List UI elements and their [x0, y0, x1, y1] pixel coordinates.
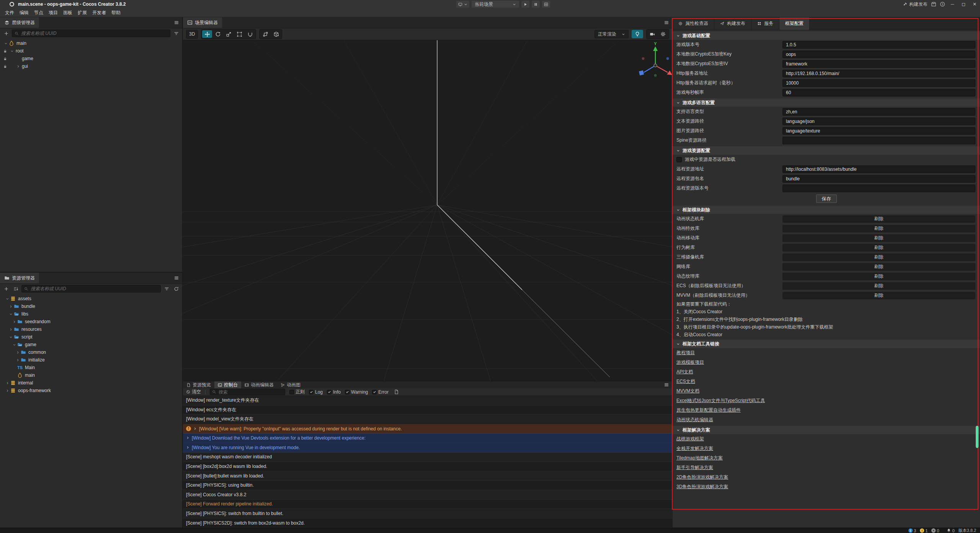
expand-arrow-icon[interactable] [186, 445, 189, 450]
tab-inspector-0[interactable]: 属性检查器 [673, 17, 714, 30]
chevron-down-icon[interactable] [3, 42, 9, 45]
menu-item[interactable]: 面板 [60, 10, 75, 16]
tree-item[interactable]: internal [0, 379, 182, 387]
gizmo-space-button[interactable] [271, 30, 281, 38]
field-input[interactable] [782, 89, 975, 96]
assets-search-input[interactable] [30, 286, 158, 292]
chevron-right-icon[interactable] [5, 381, 10, 385]
tree-item[interactable]: common [0, 348, 182, 356]
tree-item[interactable]: bundle [0, 302, 182, 310]
console-menu-button[interactable] [661, 381, 672, 388]
chevron-right-icon[interactable] [15, 351, 21, 354]
warning-counter[interactable]: ! 1 [920, 528, 928, 533]
minimize-button[interactable]: ─ [949, 0, 956, 8]
scene-select[interactable]: 当前场景 [472, 1, 519, 8]
log-row[interactable]: [Window] render_texture文件夹存在 [183, 396, 672, 405]
filter-Info[interactable]: Info [327, 389, 341, 395]
pause-button[interactable] [532, 1, 540, 8]
log-row[interactable]: [Window] Download the Vue Devtools exten… [183, 433, 672, 443]
scene-viewport[interactable]: Y X [183, 40, 672, 381]
doc-link[interactable]: API文档 [676, 369, 693, 375]
remote-load-checkbox[interactable] [676, 157, 682, 162]
close-button[interactable]: ✕ [971, 0, 978, 8]
maximize-button[interactable]: ◻ [960, 0, 967, 8]
remove-module-button[interactable]: 剔除 [782, 253, 975, 261]
chevron-down-icon[interactable] [5, 297, 10, 301]
error-counter[interactable]: ✕ 0 [931, 528, 939, 533]
remove-module-button[interactable]: 剔除 [782, 244, 975, 252]
doc-link[interactable]: 原生包热更新配置自动生成插件 [676, 407, 741, 414]
log-row[interactable]: [Scene] [PHYSICS2D]: switch from box2d-w… [183, 518, 672, 528]
field-input[interactable] [782, 108, 975, 116]
checkbox[interactable] [309, 390, 314, 394]
tree-item[interactable]: assets [0, 295, 182, 302]
checkbox[interactable] [372, 390, 377, 394]
log-row[interactable]: [Scene] [bullet]:bullet wasm lib loaded. [183, 471, 672, 481]
menu-item[interactable]: 节点 [31, 10, 46, 16]
play-button[interactable] [521, 1, 529, 8]
tree-item[interactable]: gui [0, 62, 182, 70]
log-row[interactable]: [Scene] Forward render pipeline initiali… [183, 500, 672, 509]
section-header[interactable]: 框架模块剔除 [673, 206, 980, 214]
tree-item[interactable]: oops-framework [0, 387, 182, 394]
chevron-right-icon[interactable] [8, 305, 14, 308]
log-row[interactable]: [Scene] [box2d]:box2d wasm lib loaded. [183, 462, 672, 471]
doc-link[interactable]: 动画状态机编辑器 [676, 417, 713, 423]
assets-filter-button[interactable] [163, 285, 170, 293]
field-input[interactable] [782, 165, 975, 173]
scale-tool-button[interactable] [224, 30, 234, 38]
tree-item[interactable]: resources [0, 325, 182, 333]
rotate-tool-button[interactable] [213, 30, 223, 38]
tab-inspector-1[interactable]: 构建发布 [714, 17, 751, 30]
remove-module-button[interactable]: 剔除 [782, 282, 975, 290]
chevron-down-icon[interactable] [8, 335, 14, 339]
build-publish-button[interactable]: 构建发布 [903, 1, 928, 8]
section-header[interactable]: 游戏资源配置 [673, 146, 980, 155]
doc-link[interactable]: 战棋游戏框架 [676, 436, 704, 442]
hierarchy-search[interactable] [12, 29, 170, 37]
log-row[interactable]: [Scene] [PHYSICS]: switch from builtin t… [183, 509, 672, 518]
tree-item[interactable]: game [0, 55, 182, 62]
expand-arrow-icon[interactable] [186, 435, 189, 441]
doc-link[interactable]: MVVM文档 [676, 388, 699, 394]
doc-link[interactable]: ECS文档 [676, 378, 695, 385]
render-mode-select[interactable]: 正常渲染 [595, 30, 629, 38]
section-header[interactable]: 游戏多语言配置 [673, 98, 980, 107]
assets-search[interactable] [21, 285, 161, 293]
lighting-toggle-button[interactable] [632, 30, 643, 38]
log-row[interactable]: [Window] model_view文件夹存在 [183, 415, 672, 424]
scene-camera-button[interactable] [647, 30, 657, 38]
clear-console-button[interactable]: 清空 [186, 389, 201, 395]
chevron-right-icon[interactable] [15, 65, 21, 68]
field-input[interactable] [782, 60, 975, 68]
remove-module-button[interactable]: 剔除 [782, 225, 975, 232]
log-row[interactable]: [Scene] meshopt wasm decoder initialized [183, 453, 672, 462]
expand-arrow-icon[interactable] [193, 426, 197, 432]
tree-item[interactable]: main [0, 371, 182, 379]
tree-item[interactable]: game [0, 341, 182, 348]
field-input[interactable] [782, 127, 975, 135]
tab-framework-config[interactable]: 框架配置 [779, 17, 810, 30]
section-header[interactable]: 游戏基础配置 [673, 31, 980, 40]
tab-scene-editor[interactable]: 场景编辑器 [183, 17, 222, 28]
notification-counter[interactable]: 0 [947, 528, 954, 533]
field-input[interactable] [782, 118, 975, 125]
log-row[interactable]: [Window] You are running Vue in developm… [183, 443, 672, 453]
field-input[interactable] [782, 51, 975, 58]
remove-module-button[interactable]: 剔除 [782, 273, 975, 280]
log-row[interactable]: [Scene] Cocos Creator v3.8.2 [183, 490, 672, 500]
chevron-down-icon[interactable] [9, 49, 15, 53]
menu-item[interactable]: 项目 [46, 10, 60, 16]
field-input[interactable] [782, 185, 975, 192]
tree-item[interactable]: libs [0, 310, 182, 318]
log-row[interactable]: [Scene] [PHYSICS]: using builtin. [183, 481, 672, 490]
doc-link[interactable]: 3D角色扮演游戏解决方案 [676, 484, 728, 490]
checkbox[interactable] [345, 390, 350, 394]
log-row[interactable]: [Window] ecs文件夹存在 [183, 405, 672, 415]
tree-item[interactable]: main [0, 39, 182, 47]
field-input[interactable] [782, 175, 975, 183]
field-input[interactable] [782, 70, 975, 77]
toggle-3d-button[interactable]: 3D [186, 30, 198, 39]
remove-module-button[interactable]: 剔除 [782, 215, 975, 223]
menu-item[interactable]: 文件 [2, 10, 17, 16]
